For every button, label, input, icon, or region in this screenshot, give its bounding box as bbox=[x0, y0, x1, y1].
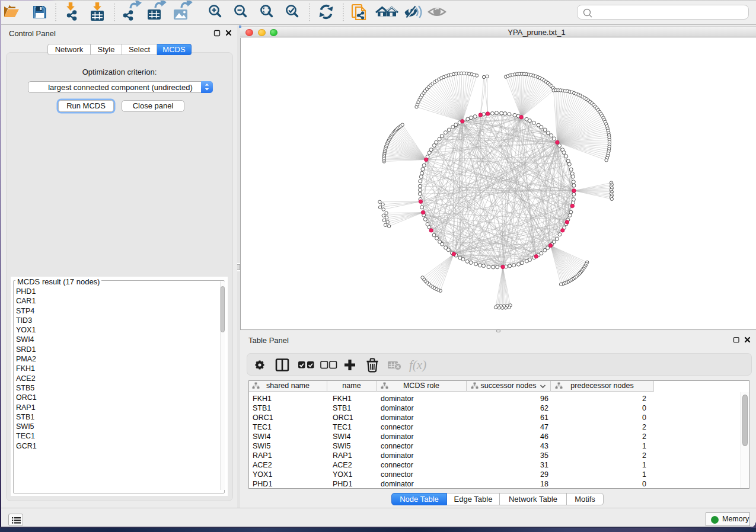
svg-text:f(x): f(x) bbox=[409, 358, 426, 372]
